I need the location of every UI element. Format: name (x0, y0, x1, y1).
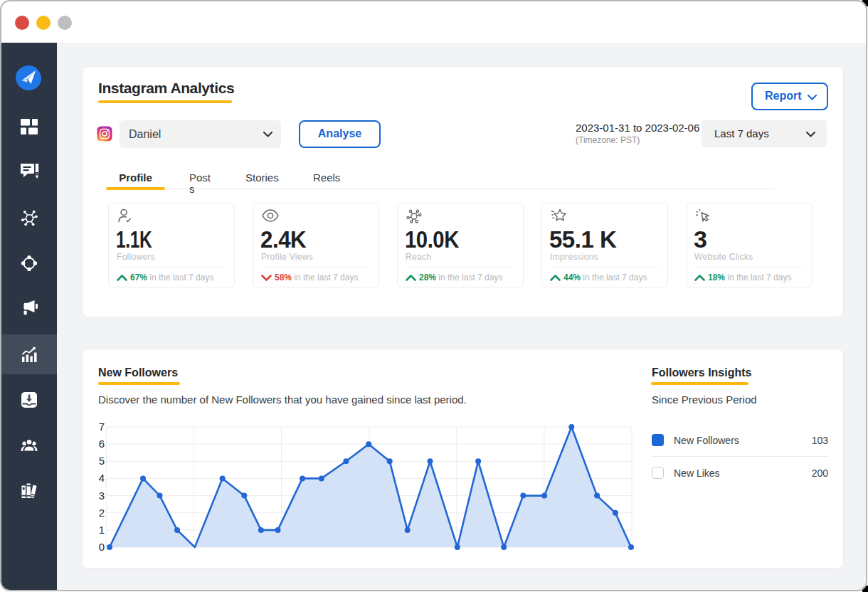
svg-text:2: 2 (99, 507, 105, 519)
svg-text:5: 5 (99, 455, 105, 467)
svg-text:1: 1 (99, 524, 105, 536)
svg-text:6: 6 (99, 438, 105, 450)
svg-text:0: 0 (99, 541, 105, 553)
svg-text:7: 7 (99, 421, 105, 433)
svg-text:3: 3 (99, 490, 105, 502)
svg-text:4: 4 (99, 472, 105, 484)
